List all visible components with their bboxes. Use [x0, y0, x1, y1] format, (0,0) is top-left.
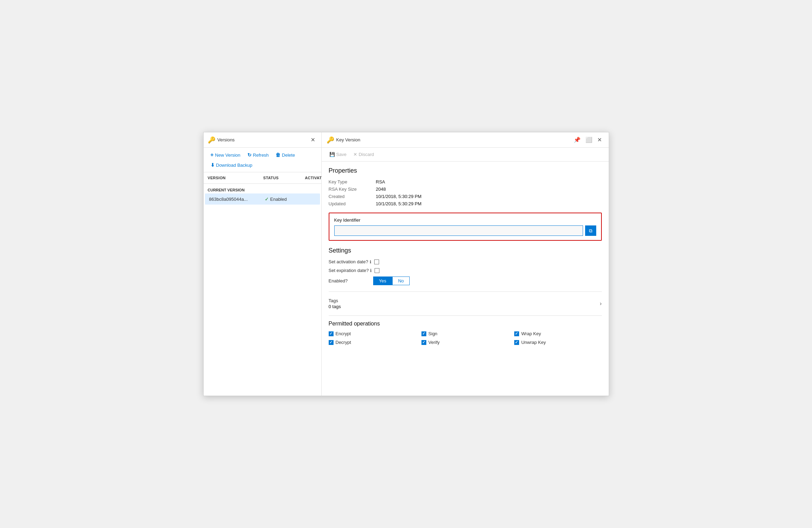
- key-identifier-input-row: ⧉: [334, 225, 596, 236]
- prop-created-value: 10/1/2018, 5:30:29 PM: [376, 194, 602, 199]
- decrypt-checkbox[interactable]: [329, 340, 334, 345]
- delete-label: Delete: [282, 152, 295, 158]
- copy-icon: ⧉: [589, 228, 592, 234]
- permitted-heading: Permitted operations: [329, 321, 602, 327]
- download-backup-button[interactable]: ⬇ Download Backup: [208, 161, 255, 169]
- prop-rsa-size-label: RSA Key Size: [329, 187, 370, 192]
- divider-1: [329, 291, 602, 292]
- key-identifier-input[interactable]: [334, 225, 583, 236]
- tags-chevron-icon: ›: [600, 300, 601, 307]
- row-status: ✓ Enabled: [265, 196, 320, 202]
- op-decrypt: Decrypt: [329, 340, 416, 345]
- versions-panel: 🔑 Versions ✕ + New Version ↻ Refresh 🗑 D…: [204, 132, 322, 396]
- version-row[interactable]: 863bc8a095044a... ✓ Enabled: [205, 193, 320, 205]
- left-title-row: 🔑 Versions: [208, 136, 235, 144]
- col-version: VERSION: [208, 176, 263, 180]
- key-icon-right: 🔑: [327, 136, 334, 144]
- verify-label: Verify: [428, 340, 440, 345]
- prop-created-label: Created: [329, 194, 370, 199]
- encrypt-checkbox[interactable]: [329, 331, 334, 336]
- right-toolbar: 💾 Save ✕ Discard: [322, 148, 609, 162]
- verify-checkbox[interactable]: [421, 340, 426, 345]
- discard-button[interactable]: ✕ Discard: [351, 150, 377, 158]
- activation-date-label: Set activation date? ℹ: [329, 259, 371, 264]
- wrap-key-label: Wrap Key: [521, 331, 541, 336]
- row-status-text: Enabled: [270, 197, 287, 202]
- enabled-row: Enabled? Yes No: [329, 277, 602, 285]
- version-id: 863bc8a095044a...: [209, 197, 265, 202]
- enabled-toggle-group: Yes No: [373, 277, 410, 285]
- key-version-panel: 🔑 Key Version 📌 ⬜ ✕ 💾 Save ✕ Discard Pro…: [322, 132, 609, 396]
- enabled-yes-button[interactable]: Yes: [373, 277, 392, 285]
- expiration-date-checkbox[interactable]: [375, 268, 379, 273]
- col-status: STATUS: [263, 176, 305, 180]
- delete-button[interactable]: 🗑 Delete: [273, 151, 298, 159]
- divider-2: [329, 315, 602, 316]
- checkmark-icon: ✓: [265, 196, 269, 202]
- op-verify: Verify: [421, 340, 509, 345]
- right-content: Properties Key Type RSA RSA Key Size 204…: [322, 162, 609, 396]
- prop-updated-label: Updated: [329, 201, 370, 206]
- download-backup-label: Download Backup: [216, 163, 253, 168]
- expiration-info-icon[interactable]: ℹ: [370, 268, 372, 273]
- download-icon: ⬇: [211, 162, 215, 168]
- new-version-button[interactable]: + New Version: [208, 150, 243, 159]
- prop-key-type-label: Key Type: [329, 179, 370, 184]
- left-panel-title: Versions: [218, 137, 235, 142]
- save-button[interactable]: 💾 Save: [327, 150, 350, 158]
- enabled-no-button[interactable]: No: [392, 277, 410, 285]
- settings-section: Settings Set activation date? ℹ Set expi…: [329, 247, 602, 285]
- tags-row[interactable]: Tags 0 tags ›: [329, 295, 602, 312]
- right-title-row: 🔑 Key Version: [327, 136, 360, 144]
- left-toolbar: + New Version ↻ Refresh 🗑 Delete ⬇ Downl…: [204, 148, 321, 172]
- tags-title: Tags: [329, 298, 341, 303]
- op-encrypt: Encrypt: [329, 331, 416, 336]
- tags-count: 0 tags: [329, 304, 341, 309]
- right-header-actions: 📌 ⬜ ✕: [572, 135, 604, 144]
- right-panel-header: 🔑 Key Version 📌 ⬜ ✕: [322, 132, 609, 148]
- properties-heading: Properties: [329, 167, 602, 174]
- encrypt-label: Encrypt: [336, 331, 351, 336]
- table-header: VERSION STATUS ACTIVATION DATE EXPIRATIO…: [204, 172, 321, 184]
- activation-date-row: Set activation date? ℹ: [329, 259, 602, 264]
- discard-label: Discard: [359, 152, 374, 157]
- sign-checkbox[interactable]: [421, 331, 426, 336]
- settings-heading: Settings: [329, 247, 602, 254]
- right-panel-title: Key Version: [336, 137, 360, 142]
- properties-grid: Key Type RSA RSA Key Size 2048 Created 1…: [329, 179, 602, 206]
- expiration-date-row: Set expiration date? ℹ: [329, 268, 602, 273]
- enabled-label: Enabled?: [329, 278, 370, 283]
- maximize-button[interactable]: ⬜: [583, 135, 594, 144]
- current-version-label: CURRENT VERSION: [204, 184, 321, 193]
- refresh-icon: ↻: [247, 152, 252, 158]
- sign-label: Sign: [428, 331, 437, 336]
- activation-date-checkbox[interactable]: [374, 259, 379, 264]
- refresh-label: Refresh: [253, 152, 269, 158]
- wrap-key-checkbox[interactable]: [514, 331, 519, 336]
- operations-grid: Encrypt Sign Wrap Key Decrypt: [329, 331, 602, 345]
- permitted-operations-section: Permitted operations Encrypt Sign Wrap K…: [329, 321, 602, 345]
- refresh-button[interactable]: ↻ Refresh: [245, 151, 272, 159]
- right-close-button[interactable]: ✕: [595, 135, 604, 144]
- trash-icon: 🗑: [276, 152, 280, 158]
- copy-key-identifier-button[interactable]: ⧉: [585, 225, 596, 236]
- unwrap-key-checkbox[interactable]: [514, 340, 519, 345]
- activation-info-icon[interactable]: ℹ: [370, 259, 371, 264]
- left-close-button[interactable]: ✕: [309, 136, 317, 144]
- tags-left: Tags 0 tags: [329, 298, 341, 309]
- left-panel-header: 🔑 Versions ✕: [204, 132, 321, 148]
- op-wrap-key: Wrap Key: [514, 331, 601, 336]
- op-sign: Sign: [421, 331, 509, 336]
- pin-button[interactable]: 📌: [572, 135, 583, 144]
- discard-icon: ✕: [353, 152, 357, 157]
- new-version-label: New Version: [215, 152, 240, 158]
- prop-rsa-size-value: 2048: [376, 187, 602, 192]
- key-icon-left: 🔑: [208, 136, 215, 144]
- op-unwrap-key: Unwrap Key: [514, 340, 601, 345]
- key-identifier-section: Key Identifier ⧉: [329, 213, 602, 241]
- prop-updated-value: 10/1/2018, 5:30:29 PM: [376, 201, 602, 206]
- save-label: Save: [336, 152, 347, 157]
- prop-key-type-value: RSA: [376, 179, 602, 184]
- unwrap-key-label: Unwrap Key: [521, 340, 546, 345]
- plus-icon: +: [211, 152, 214, 158]
